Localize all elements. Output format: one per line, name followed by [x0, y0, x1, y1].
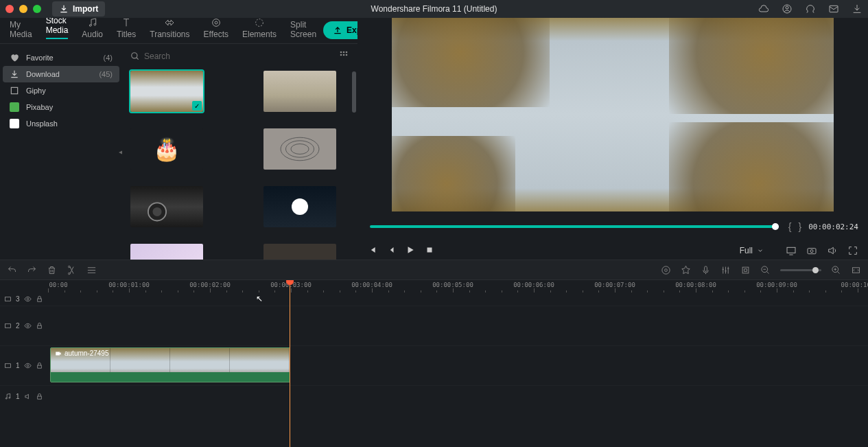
tab-label: Transitions — [150, 30, 189, 39]
snapshot-icon[interactable] — [806, 245, 817, 256]
svg-point-27 — [69, 266, 71, 268]
visibility-icon[interactable] — [24, 362, 32, 369]
sidebar-item-giphy[interactable]: Giphy — [3, 82, 119, 99]
svg-point-1 — [786, 6, 788, 9]
thumbnail-autumn[interactable]: ✓ — [130, 71, 203, 112]
track-number: 3 — [16, 295, 20, 303]
thumbnail-people[interactable] — [263, 244, 336, 260]
text-icon — [120, 17, 132, 28]
sidebar-item-unsplash[interactable]: Unsplash — [3, 115, 119, 132]
timeline-ruler[interactable]: 00:0000:00:01:0000:00:02:0000:00:03:0000… — [0, 280, 868, 293]
thumbnail-car[interactable] — [130, 186, 203, 227]
minimize-window-button[interactable] — [19, 5, 27, 13]
tab-transitions[interactable]: Transitions — [143, 17, 196, 43]
play-button[interactable] — [406, 245, 415, 257]
display-icon[interactable] — [786, 245, 797, 256]
transitions-icon — [163, 17, 176, 28]
step-back-button[interactable] — [386, 245, 396, 257]
svg-point-7 — [215, 21, 218, 24]
close-window-button[interactable] — [5, 5, 14, 13]
volume-icon[interactable] — [827, 245, 838, 256]
thumbnail-cake[interactable]: 🎂 — [130, 128, 203, 170]
svg-rect-39 — [5, 324, 10, 328]
import-button[interactable]: Import — [52, 1, 105, 16]
playhead[interactable] — [290, 280, 290, 447]
redo-button[interactable] — [27, 265, 37, 275]
sidebar-item-download[interactable]: Download (45) — [3, 66, 119, 82]
svg-point-28 — [69, 273, 71, 275]
marker-button[interactable] — [681, 265, 691, 275]
sidebar-label: Unsplash — [26, 119, 58, 128]
mixer-button[interactable] — [720, 265, 731, 275]
thumbnail-moon[interactable] — [263, 186, 336, 227]
thumbnail-flowers[interactable] — [130, 244, 203, 260]
tab-titles[interactable]: Titles — [110, 17, 143, 43]
track-number: 2 — [16, 322, 20, 330]
svg-point-17 — [346, 54, 348, 56]
delete-button[interactable] — [47, 265, 57, 275]
thumbnails-scrollbar[interactable] — [352, 71, 356, 113]
sidebar-item-pixabay[interactable]: Pixabay — [3, 99, 119, 115]
undo-button[interactable] — [7, 265, 17, 275]
svg-rect-38 — [37, 299, 41, 301]
cloud-icon[interactable] — [758, 3, 769, 14]
track-body-v3[interactable] — [48, 293, 868, 306]
search-input[interactable]: Search — [130, 51, 333, 61]
split-button[interactable] — [67, 265, 77, 275]
thumbnail-spiral[interactable] — [263, 128, 336, 170]
fullscreen-icon[interactable] — [847, 245, 858, 256]
track-body-v2[interactable] — [48, 306, 868, 345]
mark-out-button[interactable]: } — [798, 221, 801, 232]
lock-icon[interactable] — [36, 362, 43, 369]
video-icon — [55, 350, 62, 357]
svg-point-29 — [662, 266, 670, 273]
more-button[interactable] — [86, 265, 97, 275]
visibility-icon[interactable] — [24, 295, 32, 303]
lock-icon[interactable] — [36, 393, 43, 400]
progress-bar[interactable] — [370, 225, 779, 228]
chevron-down-icon — [757, 247, 764, 254]
preview-video[interactable] — [392, 18, 834, 211]
quality-selector[interactable]: Full — [734, 244, 769, 257]
zoom-fit-button[interactable] — [851, 265, 861, 275]
zoom-out-button[interactable] — [760, 265, 771, 275]
visibility-icon[interactable] — [24, 322, 32, 330]
export-icon — [333, 25, 342, 35]
sidebar-item-favorite[interactable]: Favorite (4) — [3, 49, 119, 66]
save-icon[interactable] — [852, 3, 863, 14]
thumbnail-bike[interactable] — [263, 71, 336, 112]
lock-icon[interactable] — [36, 295, 43, 303]
svg-point-19 — [285, 141, 314, 157]
tab-elements[interactable]: Elements — [235, 17, 283, 43]
stop-button[interactable] — [425, 245, 434, 257]
mute-icon[interactable] — [24, 393, 32, 400]
lock-icon[interactable] — [36, 322, 43, 330]
clip-autumn[interactable]: autumn-27495 — [50, 347, 290, 382]
download-icon — [10, 69, 19, 79]
mark-in-button[interactable]: { — [788, 221, 792, 232]
track-body-v1[interactable]: autumn-27495 — [48, 346, 868, 385]
voiceover-button[interactable] — [701, 265, 711, 275]
tab-effects[interactable]: Effects — [197, 17, 235, 43]
mail-icon[interactable] — [828, 3, 839, 14]
zoom-in-button[interactable] — [831, 265, 841, 275]
grid-view-toggle[interactable] — [338, 49, 349, 62]
ruler-label: 00:00:06:00 — [513, 282, 554, 288]
check-icon: ✓ — [192, 101, 202, 111]
svg-rect-32 — [742, 267, 749, 273]
account-icon[interactable] — [782, 3, 793, 14]
zoom-slider[interactable] — [780, 269, 821, 271]
render-button[interactable] — [661, 265, 671, 275]
media-body: Favorite (4) Download (45) Giphy — [0, 44, 357, 260]
prev-frame-button[interactable] — [367, 245, 377, 257]
tab-label: My Media — [10, 20, 32, 39]
sidebar-label: Pixabay — [26, 103, 53, 111]
tab-audio[interactable]: Audio — [75, 17, 110, 43]
headphones-icon[interactable] — [805, 3, 816, 14]
video-track-icon — [4, 295, 12, 303]
track-number: 1 — [16, 362, 20, 369]
track-body-a1[interactable] — [48, 386, 868, 406]
crop-button[interactable] — [740, 265, 751, 275]
app-title: Wondershare Filmora 11 (Untitled) — [371, 4, 497, 14]
maximize-window-button[interactable] — [33, 5, 41, 13]
